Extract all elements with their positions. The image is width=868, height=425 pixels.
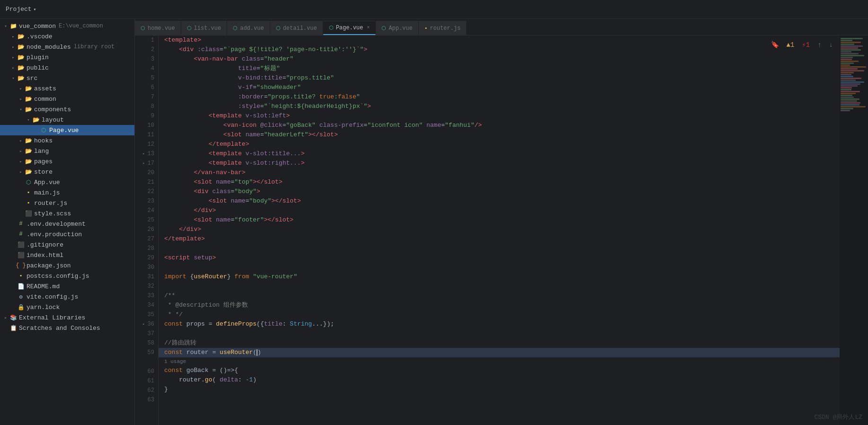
minimap-line-usage — [841, 102, 860, 104]
tab-router_js[interactable]: ▪router.js — [419, 21, 467, 35]
minimap-line-36 — [841, 95, 852, 96]
sidebar-item-main_js[interactable]: ▪main.js — [0, 187, 134, 198]
sidebar-item-scratches[interactable]: 📋Scratches and Consoles — [0, 323, 134, 333]
file-icon-node_modules: 📂 — [17, 43, 25, 51]
line-num-23: 23 — [135, 196, 158, 206]
tree-arrow-vue_common — [2, 22, 9, 30]
tab-label-home_vue: home.vue — [148, 25, 175, 32]
sidebar-item-plugin[interactable]: 📂plugin — [0, 52, 134, 62]
code-line-10: <van-icon @click="goBack" class-prefix="… — [159, 121, 840, 130]
minimap-line-2 — [841, 40, 852, 41]
sidebar-item-readme[interactable]: 📄README.md — [0, 281, 134, 292]
line-num-62: 62 — [135, 386, 158, 395]
sidebar-item-node_modules[interactable]: 📂node_moduleslibrary root — [0, 42, 134, 52]
tab-label-detail_vue: detail.vue — [283, 25, 317, 32]
tab-list_vue[interactable]: ⬡list.vue — [181, 21, 228, 35]
file-icon-package_json: { } — [17, 262, 25, 269]
sidebar: 📁vue_commonE:\vue_common📂.vscode📂node_mo… — [0, 19, 135, 425]
fold-arrow-17[interactable]: ▸ — [141, 160, 147, 166]
tree-label-index_html: index.html — [27, 252, 63, 259]
tab-bar: ⬡home.vue⬡list.vue⬡add.vue⬡detail.vue⬡Pa… — [135, 19, 868, 35]
sidebar-item-src[interactable]: 📂src — [0, 73, 134, 83]
sidebar-item-vue_common[interactable]: 📁vue_commonE:\vue_common — [0, 21, 134, 31]
sidebar-item-external_libs[interactable]: 📚External Libraries — [0, 312, 134, 323]
tab-detail_vue[interactable]: ⬡detail.vue — [270, 21, 323, 35]
tree-label-scratches: Scratches and Consoles — [19, 325, 100, 332]
sidebar-item-vscode[interactable]: 📂.vscode — [0, 31, 134, 42]
tab-icon-home_vue: ⬡ — [141, 25, 145, 31]
file-icon-lang: 📂 — [25, 147, 32, 155]
tree-label-external_libs: External Libraries — [19, 314, 85, 321]
tab-label-app_vue: App.vue — [389, 25, 412, 32]
tree-arrow-lang — [17, 147, 25, 155]
fold-arrow-36[interactable]: ▸ — [141, 321, 147, 327]
file-icon-plugin: 📂 — [17, 53, 25, 61]
tab-app_vue[interactable]: ⬡App.vue — [376, 21, 418, 35]
sidebar-item-vite_config[interactable]: ⚙vite.config.js — [0, 292, 134, 302]
sidebar-item-yarn_lock[interactable]: 🔒yarn.lock — [0, 302, 134, 312]
line-num-36: ▸36 — [135, 319, 158, 329]
nav-up-icon[interactable]: ↑ — [815, 40, 823, 50]
sidebar-item-common[interactable]: 📂common — [0, 94, 134, 104]
minimap-line-24 — [841, 72, 854, 73]
minimap-line-6 — [841, 47, 858, 49]
code-line-21: <slot name="top"></slot> — [159, 177, 840, 187]
sidebar-item-assets[interactable]: 📂assets — [0, 83, 134, 94]
sidebar-item-lang[interactable]: 📂lang — [0, 146, 134, 156]
sidebar-item-router_js[interactable]: ▪router.js — [0, 198, 134, 208]
code-line-29: <script setup> — [159, 253, 840, 263]
minimap — [840, 35, 868, 425]
code-line-30 — [159, 263, 840, 272]
sidebar-item-hooks[interactable]: 📂hooks — [0, 135, 134, 146]
sidebar-item-app_vue[interactable]: ⬡App.vue — [0, 177, 134, 187]
sidebar-item-index_html[interactable]: ⬛index.html — [0, 250, 134, 260]
sidebar-item-env_dev[interactable]: #.env.development — [0, 219, 134, 229]
tab-close-page_vue[interactable]: × — [367, 25, 370, 30]
tree-label-gitignore: .gitignore — [27, 241, 63, 248]
line-num-34: 34 — [135, 301, 158, 310]
line-num-3: 3 — [135, 54, 158, 64]
sidebar-item-gitignore[interactable]: ⬛.gitignore — [0, 239, 134, 250]
code-line-2: <div :class="`page ${!title? 'page-no-ti… — [159, 45, 840, 54]
line-num-usage — [135, 357, 158, 367]
code-area[interactable]: <template> <div :class="`page ${!title? … — [159, 35, 840, 425]
tab-add_vue[interactable]: ⬡add.vue — [227, 21, 270, 35]
file-icon-vue_common: 📁 — [9, 22, 17, 30]
sidebar-item-style_scss[interactable]: ⬛style.scss — [0, 208, 134, 219]
sidebar-item-pages[interactable]: 📂pages — [0, 156, 134, 167]
minimap-line-4 — [841, 44, 854, 45]
line-num-11: 11 — [135, 130, 158, 140]
main-layout: 📁vue_commonE:\vue_common📂.vscode📂node_mo… — [0, 19, 868, 425]
sidebar-item-public[interactable]: 📂public — [0, 62, 134, 73]
file-icon-store: 📂 — [25, 168, 32, 176]
sidebar-item-store[interactable]: 📂store — [0, 167, 134, 177]
minimap-line-61 — [841, 106, 866, 107]
file-icon-gitignore: ⬛ — [17, 241, 25, 248]
line-num-60: 60 — [135, 367, 158, 376]
file-icon-page_vue: ⬡ — [40, 126, 47, 134]
code-line-35: * */ — [159, 310, 840, 319]
minimap-line-10 — [841, 55, 864, 56]
sidebar-item-postcss_config[interactable]: ▪postcss.config.js — [0, 271, 134, 281]
tab-page_vue[interactable]: ⬡Page.vue× — [323, 21, 376, 35]
sidebar-item-env_prod[interactable]: #.env.production — [0, 229, 134, 239]
code-line-61: router.go( delta: -1) — [159, 375, 840, 385]
sidebar-item-layout[interactable]: 📂layout — [0, 115, 134, 125]
line-num-5: 5 — [135, 73, 158, 83]
file-icon-assets: 📂 — [25, 85, 32, 92]
sidebar-item-page_vue[interactable]: ⬡Page.vue — [0, 125, 134, 135]
tree-path-node_modules: library root — [74, 44, 115, 50]
code-line-24: </div> — [159, 206, 840, 215]
file-icon-pages: 📂 — [25, 158, 32, 165]
sidebar-item-package_json[interactable]: { }package.json — [0, 260, 134, 271]
nav-down-icon[interactable]: ↓ — [827, 40, 835, 50]
tab-home_vue[interactable]: ⬡home.vue — [135, 21, 181, 35]
bookmark-icon[interactable]: 🔖 — [769, 40, 781, 50]
sidebar-item-components[interactable]: 📂components — [0, 104, 134, 115]
minimap-line-26 — [841, 76, 853, 77]
tree-label-style_scss: style.scss — [34, 210, 71, 217]
error-icon[interactable]: ⚡1 — [800, 40, 812, 50]
minimap-line-11 — [841, 57, 853, 58]
warning-icon[interactable]: ▲1 — [785, 40, 797, 50]
fold-arrow-13[interactable]: ▸ — [141, 151, 147, 157]
